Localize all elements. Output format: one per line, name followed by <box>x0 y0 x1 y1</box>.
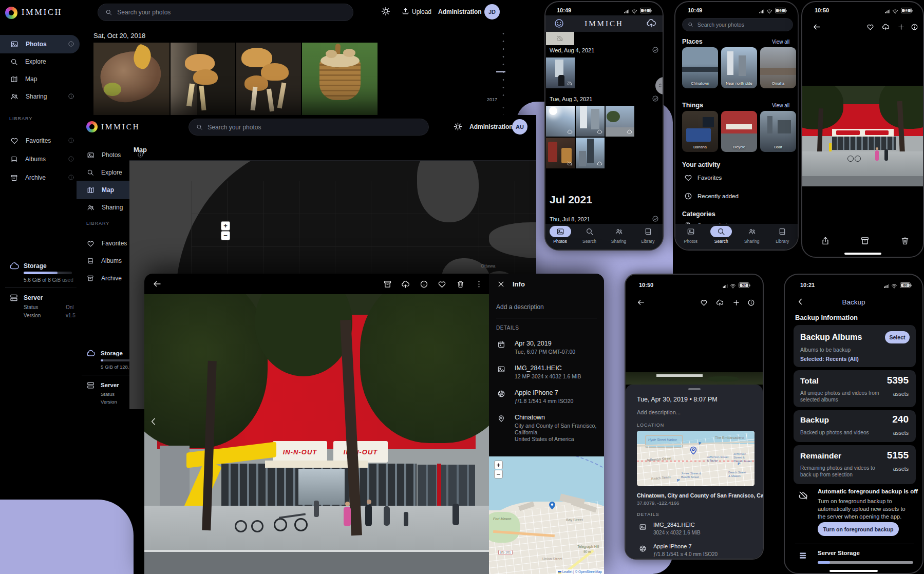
previous-photo-icon[interactable] <box>148 416 159 427</box>
timeline-scrubber[interactable] <box>502 30 504 97</box>
map-zoom-out-button[interactable]: − <box>494 470 503 479</box>
add-description-field[interactable]: Add description... <box>637 409 681 416</box>
back-icon[interactable] <box>153 279 162 289</box>
location-map[interactable]: Fort Mason Bay Street US 101 Union Stree… <box>489 456 604 574</box>
logo[interactable] <box>5 7 17 19</box>
info-icon[interactable] <box>68 174 74 181</box>
info-icon[interactable] <box>68 156 74 162</box>
photo-mushroom-basket[interactable] <box>302 43 378 116</box>
backup-upload-icon[interactable] <box>646 18 656 28</box>
photo-thumb[interactable] <box>606 106 634 137</box>
favorite-icon[interactable] <box>866 23 874 31</box>
search-bar[interactable] <box>188 119 429 136</box>
info-icon[interactable] <box>68 137 74 144</box>
search-bar[interactable] <box>682 18 793 31</box>
photo-dark-strip[interactable] <box>626 307 763 385</box>
info-icon[interactable] <box>911 23 918 31</box>
asset-place[interactable]: Chinatown <box>515 414 545 422</box>
nav-library[interactable]: Library <box>767 224 798 250</box>
favorite-icon[interactable] <box>700 299 708 307</box>
place-card-chinatown[interactable]: Chinatown <box>682 47 718 88</box>
add-icon[interactable] <box>732 299 740 307</box>
back-icon[interactable] <box>637 298 645 307</box>
activity-recently-added[interactable]: Recently added <box>697 193 739 200</box>
map-zoom-out-button[interactable]: − <box>221 231 230 240</box>
things-view-all[interactable]: View all <box>772 103 789 109</box>
sidebar-item-photos[interactable]: Photos <box>0 35 80 53</box>
thing-card-bicycle[interactable]: Bicycle <box>721 111 757 152</box>
places-view-all[interactable]: View all <box>772 39 789 45</box>
photo-thumb[interactable] <box>546 138 575 168</box>
info-icon[interactable] <box>420 280 428 289</box>
info-icon[interactable] <box>68 41 74 47</box>
add-description-field[interactable]: Add a description <box>496 303 544 311</box>
upload-button[interactable]: Upload <box>412 8 431 15</box>
select-check-icon[interactable] <box>652 95 659 102</box>
photo-mushroom-3[interactable] <box>236 43 301 116</box>
photo-thumb[interactable] <box>546 106 575 137</box>
sidebar-item-favorites[interactable]: Favorites <box>0 132 80 149</box>
turn-on-backup-button[interactable]: Turn on foreground backup <box>818 522 899 536</box>
map-attribution[interactable]: Leaflet | © OpenStreetMap <box>556 569 604 574</box>
add-icon[interactable] <box>897 23 905 31</box>
share-icon[interactable] <box>821 236 830 245</box>
map-zoom-in-button[interactable]: + <box>221 221 230 231</box>
upload-cloud-icon[interactable] <box>716 299 724 307</box>
thing-card-banana[interactable]: Banana <box>682 111 718 152</box>
archive-icon[interactable] <box>860 236 870 245</box>
archive-icon[interactable] <box>383 280 392 289</box>
place-card-omaha[interactable]: Omaha <box>760 47 796 88</box>
map-zoom-in-button[interactable]: + <box>494 461 503 469</box>
photo-thumb[interactable] <box>576 106 605 137</box>
favorite-icon[interactable] <box>438 280 446 289</box>
nav-sharing[interactable]: Sharing <box>604 224 633 250</box>
photo-innout-main[interactable]: IN-N-OUT IN-N-OUT <box>144 294 489 574</box>
detail-sheet[interactable]: Tue, Apr 30, 2019 • 8:07 PM Add descript… <box>626 385 763 559</box>
nav-photos[interactable]: Photos <box>545 224 575 250</box>
theme-toggle-icon[interactable] <box>381 7 390 16</box>
more-options-icon[interactable] <box>475 280 483 289</box>
info-icon[interactable] <box>747 299 755 307</box>
sidebar-item-map[interactable]: Map <box>0 71 80 87</box>
photo-mushroom-2[interactable] <box>171 43 235 116</box>
photo-thumb[interactable] <box>546 32 574 45</box>
nav-search[interactable]: Search <box>706 224 737 250</box>
search-input[interactable] <box>117 9 346 16</box>
search-input[interactable] <box>697 22 787 28</box>
info-icon[interactable] <box>68 93 74 100</box>
nav-sharing[interactable]: Sharing <box>737 224 767 250</box>
location-map[interactable]: Hyde Street Harbor The Embarcadero Jeffe… <box>637 431 755 486</box>
select-check-icon[interactable] <box>652 215 659 222</box>
nav-library[interactable]: Library <box>633 224 663 250</box>
trash-icon[interactable] <box>900 236 910 245</box>
photo-innout-storefront[interactable] <box>802 86 923 186</box>
sidebar-item-archive[interactable]: Archive <box>0 169 80 186</box>
photo-thumb[interactable] <box>576 138 605 168</box>
photo-thumb[interactable] <box>546 58 575 88</box>
avatar[interactable]: JD <box>484 4 500 20</box>
place-card-near-north-side[interactable]: Near north side <box>721 47 757 88</box>
sidebar-item-sharing[interactable]: Sharing <box>0 88 80 105</box>
sidebar-item-explore[interactable]: Explore <box>0 53 80 70</box>
select-button[interactable]: Select <box>885 331 910 343</box>
select-check-icon[interactable] <box>652 46 659 53</box>
search-input[interactable] <box>208 124 421 131</box>
sidebar-item-albums[interactable]: Albums <box>0 151 80 167</box>
close-icon[interactable] <box>497 280 505 288</box>
trash-icon[interactable] <box>456 280 465 289</box>
administration-link[interactable]: Administration <box>469 123 513 130</box>
photo-mushroom-1[interactable] <box>93 43 169 116</box>
nav-search[interactable]: Search <box>575 224 604 250</box>
upload-cloud-icon[interactable] <box>401 280 410 289</box>
administration-link[interactable]: Administration <box>438 8 482 15</box>
upload-icon[interactable] <box>402 7 409 15</box>
activity-favorites[interactable]: Favorites <box>697 175 722 182</box>
avatar[interactable]: AU <box>512 119 527 135</box>
back-icon[interactable] <box>813 23 821 31</box>
search-bar[interactable] <box>98 4 353 21</box>
upload-cloud-icon[interactable] <box>882 23 890 31</box>
logo[interactable] <box>86 121 98 132</box>
theme-toggle-icon[interactable] <box>454 122 462 131</box>
sheet-drag-handle[interactable] <box>688 388 701 390</box>
scrollbar-thumb[interactable] <box>655 77 664 94</box>
